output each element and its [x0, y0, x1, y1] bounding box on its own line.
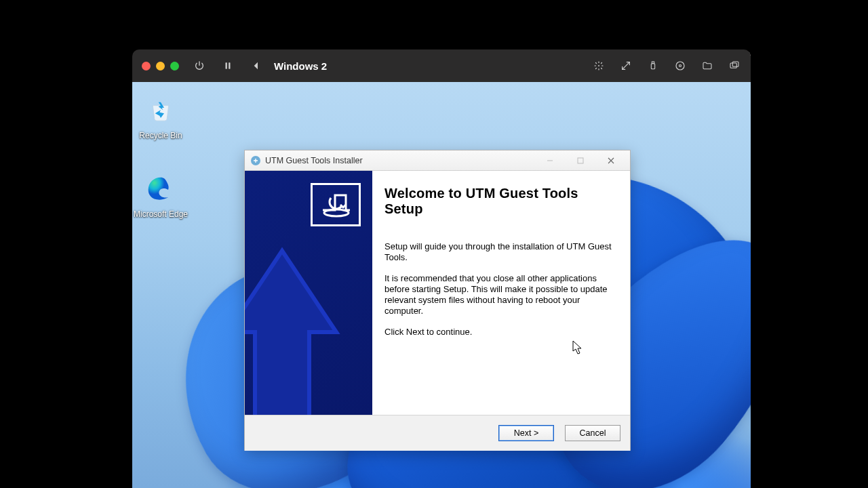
- installer-app-icon: [250, 155, 261, 166]
- window-maximize-button: [565, 150, 595, 171]
- installer-side-arrow: [245, 224, 372, 415]
- maximize-window-button[interactable]: [170, 62, 179, 70]
- host-window-title: Windows 2: [274, 60, 327, 72]
- vm-viewer-window: Des Windows 2: [132, 49, 751, 488]
- cancel-button[interactable]: Cancel: [565, 425, 620, 441]
- folder-icon[interactable]: [701, 59, 714, 73]
- svg-point-11: [324, 209, 349, 216]
- window-minimize-button[interactable]: [534, 150, 565, 171]
- installer-title: UTM Guest Tools Installer: [265, 156, 363, 165]
- installer-footer: Next > Cancel: [245, 415, 630, 451]
- minimize-window-button[interactable]: [156, 62, 165, 70]
- traffic-lights: [142, 62, 179, 70]
- installer-paragraph: Setup will guide you through the install…: [384, 241, 616, 264]
- windows-icon[interactable]: [728, 59, 741, 73]
- window-close-button[interactable]: [595, 150, 626, 171]
- installer-body: Welcome to UTM Guest Tools Setup Setup w…: [245, 171, 630, 415]
- host-toolbar-right: [592, 59, 741, 73]
- edge-icon: [145, 174, 176, 205]
- svg-point-2: [599, 66, 599, 66]
- installer-content: Welcome to UTM Guest Tools Setup Setup w…: [372, 171, 630, 415]
- pause-icon[interactable]: [221, 59, 235, 73]
- usb-icon[interactable]: [646, 59, 660, 73]
- desktop-icon-label: Recycle Bin: [132, 131, 189, 140]
- svg-rect-1: [229, 62, 230, 68]
- installer-titlebar[interactable]: UTM Guest Tools Installer: [245, 150, 630, 171]
- installer-paragraph: Click Next to continue.: [384, 327, 616, 338]
- power-icon[interactable]: [193, 59, 206, 73]
- svg-rect-8: [732, 62, 738, 66]
- disc-icon[interactable]: [673, 59, 687, 73]
- installer-side-image: [245, 171, 372, 415]
- installer-paragraph: It is recommended that you close all oth…: [384, 273, 616, 317]
- svg-point-5: [676, 62, 684, 70]
- svg-rect-0: [226, 62, 227, 68]
- svg-point-6: [679, 65, 682, 67]
- back-icon[interactable]: [250, 59, 263, 73]
- svg-rect-4: [652, 62, 654, 64]
- resize-icon[interactable]: [619, 59, 633, 73]
- svg-rect-3: [651, 64, 654, 69]
- next-button[interactable]: Next >: [498, 425, 554, 441]
- desktop-icon-recycle-bin[interactable]: Recycle Bin: [132, 96, 189, 140]
- svg-rect-10: [578, 158, 583, 163]
- installer-window: UTM Guest Tools Installer: [244, 150, 631, 451]
- desktop-icon-label: Microsoft Edge: [132, 209, 189, 219]
- host-titlebar: Windows 2: [132, 49, 751, 82]
- desktop-icon-edge[interactable]: Microsoft Edge: [132, 174, 189, 219]
- close-window-button[interactable]: [142, 62, 151, 70]
- svg-rect-7: [730, 63, 736, 68]
- recycle-bin-icon: [145, 96, 176, 127]
- installer-heading: Welcome to UTM Guest Tools Setup: [384, 186, 616, 217]
- guest-desktop[interactable]: Recycle Bin Microsoft Edge UTM Guest Too…: [132, 82, 751, 488]
- brightness-icon[interactable]: [592, 59, 606, 73]
- installer-emblem: [311, 183, 361, 226]
